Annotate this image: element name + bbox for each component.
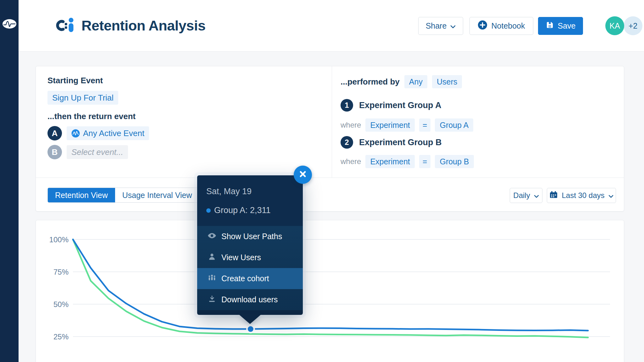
retention-analysis-app: Retention Analysis Share Notebook — [0, 0, 644, 362]
group-a-property-chip[interactable]: Experiment — [365, 118, 414, 132]
group-a-name: Experiment Group A — [359, 101, 441, 110]
popup-menu: Show User Paths View Users — [197, 226, 303, 310]
builder-horizontal-divider — [36, 178, 624, 178]
event-badge-b: B — [47, 145, 62, 159]
menu-item-create-cohort[interactable]: Create cohort — [197, 268, 303, 289]
analysis-builder-card: Starting Event Sign Up For Trial ...then… — [36, 66, 624, 211]
group-1-badge: 1 — [341, 99, 353, 112]
where-label: where — [341, 157, 361, 166]
user-icon — [208, 252, 216, 263]
group-a-operator-chip[interactable]: = — [419, 118, 431, 132]
performed-by-any-chip[interactable]: Any — [404, 75, 427, 88]
group-b-value-chip[interactable]: Group B — [435, 155, 474, 168]
close-popup-button[interactable] — [294, 166, 312, 184]
interval-select-label: Daily — [513, 191, 530, 200]
amplitude-event-icon — [71, 129, 80, 138]
eye-icon — [208, 231, 216, 242]
event-badge-a: A — [47, 126, 62, 140]
download-icon — [208, 294, 216, 305]
notebook-button-label: Notebook — [491, 21, 525, 30]
series-color-dot — [206, 208, 211, 213]
interval-select[interactable]: Daily — [510, 188, 542, 203]
chevron-down-icon — [450, 21, 456, 30]
save-disk-icon — [546, 21, 554, 31]
avatar-initials-label: KA — [609, 21, 620, 30]
group-a-where-row: where Experiment = Group A — [341, 118, 473, 132]
share-button[interactable]: Share — [418, 17, 463, 35]
datapoint-popup: Sat, May 19 Group A: 2,311 Show User Pat… — [197, 175, 303, 315]
tab-usage-interval-view[interactable]: Usage Interval View — [115, 188, 199, 202]
amplitude-logo-icon[interactable] — [2, 19, 17, 30]
menu-item-label: Download users — [221, 295, 278, 304]
chart-product-icon — [56, 17, 75, 35]
menu-item-view-users[interactable]: View Users — [197, 247, 303, 268]
performed-by-users-chip[interactable]: Users — [432, 75, 462, 88]
popup-footer — [197, 310, 303, 315]
any-active-event-chip[interactable]: Any Active Event — [67, 126, 149, 140]
app-header: Retention Analysis Share Notebook — [19, 0, 644, 52]
menu-item-download-users[interactable]: Download users — [197, 289, 303, 310]
chevron-down-icon — [534, 191, 539, 200]
user-avatar-initials[interactable]: KA — [605, 16, 624, 35]
builder-vertical-divider — [332, 66, 332, 178]
avatar-more-label: +2 — [629, 21, 638, 30]
app-sidebar — [0, 0, 19, 362]
chevron-down-icon — [608, 191, 613, 200]
menu-item-label: Create cohort — [221, 274, 269, 283]
performed-by-row: ...performed by Any Users — [341, 75, 462, 88]
plus-circle-icon — [478, 20, 487, 32]
popup-arrow — [239, 315, 261, 324]
share-button-label: Share — [426, 21, 447, 30]
notebook-button[interactable]: Notebook — [469, 17, 533, 35]
date-range-label: Last 30 days — [562, 191, 604, 200]
group-b-where-row: where Experiment = Group B — [341, 155, 474, 168]
menu-item-label: View Users — [221, 253, 261, 262]
save-button[interactable]: Save — [538, 17, 583, 35]
menu-item-label: Show User Paths — [221, 232, 282, 241]
group-b-name: Experiment Group B — [359, 138, 442, 147]
date-range-select[interactable]: Last 30 days — [547, 188, 616, 203]
select-event-chip[interactable]: Select event... — [67, 145, 128, 159]
return-event-row-a: A Any Active Event — [47, 126, 149, 140]
popup-header: Sat, May 19 Group A: 2,311 — [197, 175, 303, 226]
starting-event-chip[interactable]: Sign Up For Trial — [47, 91, 118, 105]
popup-date: Sat, May 19 — [206, 187, 252, 196]
view-toggle-group: Retention View Usage Interval View — [47, 188, 200, 203]
where-label: where — [341, 121, 361, 129]
group-b-operator-chip[interactable]: = — [419, 155, 431, 168]
brand: Retention Analysis — [56, 0, 205, 51]
avatar-overflow-count[interactable]: +2 — [624, 16, 642, 35]
retention-chart-card — [36, 220, 624, 362]
save-button-label: Save — [558, 21, 576, 30]
close-icon — [299, 170, 307, 179]
users-icon — [208, 273, 216, 284]
group-a-row: 1 Experiment Group A — [341, 99, 441, 112]
menu-item-show-user-paths[interactable]: Show User Paths — [197, 226, 303, 247]
popup-series-value: Group A: 2,311 — [206, 206, 271, 215]
group-a-value-chip[interactable]: Group A — [435, 118, 473, 132]
return-event-label: ...then the return event — [47, 112, 136, 121]
starting-event-label: Starting Event — [47, 76, 103, 85]
group-b-row: 2 Experiment Group B — [341, 136, 442, 149]
group-b-property-chip[interactable]: Experiment — [365, 155, 414, 168]
page-title: Retention Analysis — [81, 18, 205, 34]
series-value-label: Group A: 2,311 — [214, 206, 271, 215]
calendar-icon — [549, 191, 558, 200]
any-active-event-label: Any Active Event — [83, 129, 144, 138]
user-avatar-photo[interactable] — [587, 16, 606, 35]
performed-by-label: ...performed by — [341, 77, 400, 87]
tab-retention-view[interactable]: Retention View — [48, 188, 115, 202]
return-event-row-b: B Select event... — [47, 145, 128, 159]
group-2-badge: 2 — [341, 136, 353, 149]
